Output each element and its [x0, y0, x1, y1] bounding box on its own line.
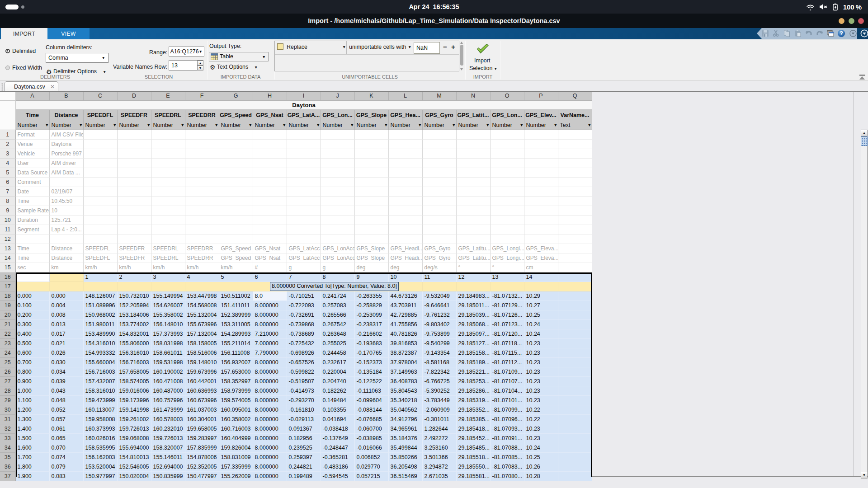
svg-text:?: ?: [840, 30, 843, 37]
